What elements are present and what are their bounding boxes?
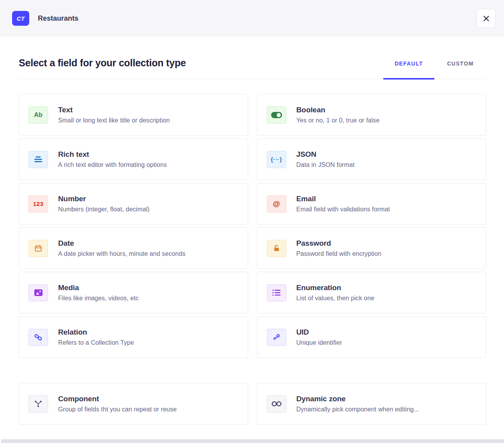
field-name: Password xyxy=(296,239,382,248)
page-title: Select a field for your collection type xyxy=(19,57,186,79)
modal-footer-edge xyxy=(1,439,504,443)
field-card-number[interactable]: 123 Number Numbers (integer, float, deci… xyxy=(19,183,248,225)
field-description: List of values, then pick one xyxy=(296,295,374,302)
json-braces-icon: {···} xyxy=(267,151,286,168)
password-lock-icon xyxy=(267,240,286,257)
field-description: Yes or no, 1 or 0, true or false xyxy=(296,117,380,124)
tab-custom[interactable]: CUSTOM xyxy=(435,60,486,79)
field-description: Dynamically pick component when editing.… xyxy=(296,406,419,413)
field-card-dynamiczone[interactable]: Dynamic zone Dynamically pick component … xyxy=(257,383,486,425)
field-description: Group of fields tht you can repeat or re… xyxy=(58,406,177,413)
field-card-richtext[interactable]: Rich text A rich text editor with format… xyxy=(19,138,248,180)
field-card-relation[interactable]: Relation Refers to a Collection Type xyxy=(19,316,248,358)
relation-chain-icon xyxy=(28,329,48,346)
field-name: Media xyxy=(58,284,139,292)
date-calendar-icon xyxy=(28,240,48,257)
field-name: Dynamic zone xyxy=(296,395,419,403)
title-row: Select a field for your collection type … xyxy=(19,57,486,79)
field-name: Email xyxy=(296,195,390,203)
field-name: Relation xyxy=(58,328,134,337)
field-card-component[interactable]: Component Group of fields tht you can re… xyxy=(19,383,248,425)
default-fields-grid: Ab Text Small or long text like title or… xyxy=(19,94,486,358)
field-card-password[interactable]: Password Password field with encryption xyxy=(257,227,486,269)
field-description: Email field with validations format xyxy=(296,206,390,213)
field-description: Small or long text like title or descrip… xyxy=(58,117,170,124)
enumeration-list-icon xyxy=(267,284,286,301)
field-name: Number xyxy=(58,195,150,203)
field-card-boolean[interactable]: Boolean Yes or no, 1 or 0, true or false xyxy=(257,94,486,136)
tab-default[interactable]: DEFAULT xyxy=(383,60,435,79)
component-nodes-icon xyxy=(28,395,48,413)
field-name: JSON xyxy=(296,150,355,159)
close-icon xyxy=(483,15,490,22)
field-name: Component xyxy=(58,395,177,403)
media-picture-icon xyxy=(28,284,48,301)
field-select-modal: CT Restaurants Select a field for your c… xyxy=(0,0,504,443)
field-card-json[interactable]: {···} JSON Data in JSON format xyxy=(257,138,486,180)
modal-header: CT Restaurants xyxy=(0,0,504,37)
richtext-lines-icon xyxy=(28,151,48,168)
boolean-toggle-icon xyxy=(267,106,286,124)
field-description: A date picker with hours, minute and sec… xyxy=(58,250,185,257)
number-123-icon: 123 xyxy=(28,195,48,213)
field-description: A rich text editor with formating option… xyxy=(58,161,167,168)
field-description: Files like images, videos, etc xyxy=(58,295,139,302)
tab-bar: DEFAULT CUSTOM xyxy=(383,60,486,79)
content-type-badge: CT xyxy=(12,11,29,26)
special-fields-grid: Component Group of fields tht you can re… xyxy=(19,383,486,425)
close-button[interactable] xyxy=(477,9,495,28)
field-card-media[interactable]: Media Files like images, videos, etc xyxy=(19,272,248,314)
field-card-text[interactable]: Ab Text Small or long text like title or… xyxy=(19,94,248,136)
dynamiczone-infinity-icon xyxy=(267,395,286,413)
field-description: Refers to a Collection Type xyxy=(58,339,134,346)
field-name: Text xyxy=(58,106,170,114)
field-name: Boolean xyxy=(296,106,380,114)
field-name: Enumeration xyxy=(296,284,374,292)
field-description: Unique identifier xyxy=(296,339,342,346)
email-at-icon: @ xyxy=(267,195,286,213)
field-name: Rich text xyxy=(58,150,167,159)
field-card-enumeration[interactable]: Enumeration List of values, then pick on… xyxy=(257,272,486,314)
field-name: UID xyxy=(296,328,342,337)
field-name: Date xyxy=(58,239,185,248)
field-description: Numbers (integer, float, decimal) xyxy=(58,206,150,213)
field-card-uid[interactable]: UID Unique identifier xyxy=(257,316,486,358)
modal-body: Select a field for your collection type … xyxy=(0,57,504,425)
field-card-date[interactable]: Date A date picker with hours, minute an… xyxy=(19,227,248,269)
field-description: Password field with encryption xyxy=(296,250,382,257)
modal-title: Restaurants xyxy=(38,14,477,23)
uid-key-icon xyxy=(267,329,286,346)
field-description: Data in JSON format xyxy=(296,161,355,168)
text-field-icon: Ab xyxy=(28,106,48,124)
field-card-email[interactable]: @ Email Email field with validations for… xyxy=(257,183,486,225)
